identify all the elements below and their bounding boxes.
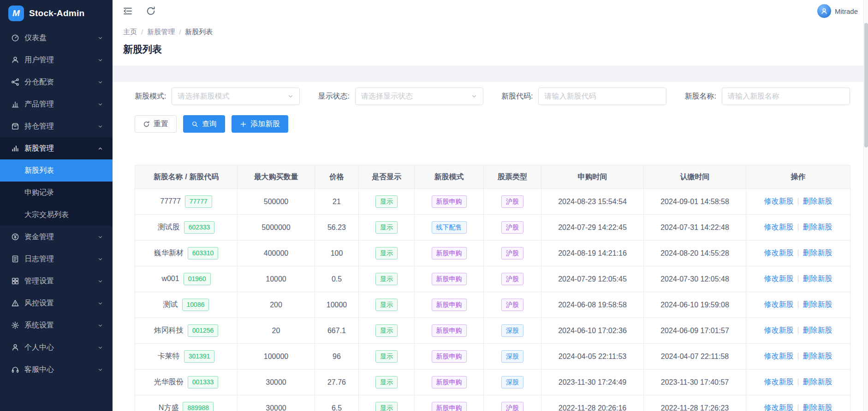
reset-button[interactable]: 重置 bbox=[135, 115, 177, 133]
delete-stock-link[interactable]: 删除新股 bbox=[803, 275, 832, 282]
scrollbar-thumb[interactable] bbox=[864, 23, 868, 147]
edit-stock-link[interactable]: 修改新股 bbox=[764, 223, 793, 231]
sidebar-item-仪表盘[interactable]: 仪表盘 bbox=[0, 27, 113, 49]
user-menu[interactable]: Mitrade bbox=[817, 4, 858, 18]
mode-badge: 新股申购 bbox=[432, 273, 467, 285]
filter-group-mode: 新股模式: 请选择新股模式 bbox=[135, 88, 300, 105]
max-qty-cell: 500000 bbox=[238, 189, 315, 215]
sidebar-item-用户管理[interactable]: 用户管理 bbox=[0, 49, 113, 71]
filter-group-status: 显示状态: 请选择显示状态 bbox=[318, 88, 483, 105]
stock-code-tag: 77777 bbox=[185, 195, 212, 207]
edit-stock-link[interactable]: 修改新股 bbox=[764, 275, 793, 282]
new-stock-code-input[interactable] bbox=[538, 88, 666, 105]
collapse-sidebar-icon[interactable] bbox=[123, 6, 133, 16]
stock-name-cell: N方盛889988 bbox=[135, 395, 238, 411]
apply-time-cell: 2024-08-23 15:54:54 bbox=[541, 189, 644, 215]
edit-stock-link[interactable]: 修改新股 bbox=[764, 378, 793, 386]
new-stock-name-input[interactable] bbox=[722, 88, 850, 105]
max-qty-cell: 30000 bbox=[238, 395, 315, 411]
edit-stock-link[interactable]: 修改新股 bbox=[764, 197, 793, 205]
sidebar-item-个人中心[interactable]: 个人中心 bbox=[0, 336, 113, 358]
delete-stock-link[interactable]: 删除新股 bbox=[803, 378, 832, 386]
stock-type-cell: 深股 bbox=[484, 318, 541, 344]
edit-stock-link[interactable]: 修改新股 bbox=[764, 326, 793, 334]
app-window: M Stock-Admin 仪表盘用户管理分仓配资产品管理持仓管理新股管理新股列… bbox=[0, 0, 868, 411]
chevron-up-icon bbox=[97, 146, 103, 152]
breadcrumb-item: 新股列表 bbox=[185, 28, 213, 36]
edit-stock-link[interactable]: 修改新股 bbox=[764, 404, 793, 411]
delete-stock-link[interactable]: 删除新股 bbox=[803, 249, 832, 257]
delete-stock-link[interactable]: 删除新股 bbox=[803, 404, 832, 411]
search-button[interactable]: 查询 bbox=[183, 115, 225, 133]
topbar: Mitrade bbox=[113, 0, 868, 22]
stock-code-tag: 603310 bbox=[188, 247, 219, 259]
chevron-down-icon bbox=[97, 57, 103, 63]
sidebar-item-持仓管理[interactable]: 持仓管理 bbox=[0, 115, 113, 137]
breadcrumb-item[interactable]: 新股管理 bbox=[147, 28, 175, 36]
sidebar-menu: 仪表盘用户管理分仓配资产品管理持仓管理新股管理新股列表申购记录大宗交易列表资金管… bbox=[0, 27, 113, 381]
visible-cell: 显示 bbox=[359, 370, 415, 395]
sidebar-subitem-新股列表[interactable]: 新股列表 bbox=[0, 159, 113, 182]
edit-stock-link[interactable]: 修改新股 bbox=[764, 249, 793, 257]
sidebar-subitem-申购记录[interactable]: 申购记录 bbox=[0, 182, 113, 204]
confirm-time-cell: 2024-06-10 19:59:08 bbox=[644, 292, 746, 318]
sidebar-subitem-大宗交易列表[interactable]: 大宗交易列表 bbox=[0, 204, 113, 226]
stock-name: N方盛 bbox=[159, 404, 179, 411]
stock-name: 炜冈科技 bbox=[154, 326, 184, 334]
action-separator: | bbox=[797, 275, 799, 282]
chart-bar-icon bbox=[11, 100, 19, 108]
stock-name-cell: 测试股602333 bbox=[135, 215, 238, 241]
sidebar-item-系统设置[interactable]: 系统设置 bbox=[0, 314, 113, 336]
price-cell: 27.76 bbox=[315, 370, 359, 395]
stock-name-cell: 卡莱特301391 bbox=[135, 344, 238, 370]
delete-stock-link[interactable]: 删除新股 bbox=[803, 223, 832, 231]
page-header: 主页/新股管理/新股列表 新股列表 bbox=[113, 22, 868, 65]
action-toolbar: 重置 查询 添加新股 bbox=[135, 115, 850, 133]
mode-cell: 新股申购 bbox=[415, 266, 484, 292]
chevron-down-icon bbox=[97, 101, 103, 107]
add-stock-button[interactable]: 添加新股 bbox=[232, 115, 288, 133]
price-cell: 10000 bbox=[315, 292, 359, 318]
sidebar-item-产品管理[interactable]: 产品管理 bbox=[0, 93, 113, 115]
refresh-icon[interactable] bbox=[146, 6, 156, 16]
filter-status-label: 显示状态: bbox=[318, 92, 350, 101]
delete-stock-link[interactable]: 删除新股 bbox=[803, 300, 832, 308]
vertical-scrollbar[interactable] bbox=[863, 0, 868, 411]
person-icon bbox=[11, 343, 19, 352]
confirm-time-cell: 2024-08-20 14:55:28 bbox=[644, 241, 746, 266]
sidebar-item-新股管理[interactable]: 新股管理 bbox=[0, 137, 113, 159]
stock-name-cell: 巍华新材603310 bbox=[135, 241, 238, 266]
warning-icon bbox=[11, 299, 19, 307]
breadcrumb-item[interactable]: 主页 bbox=[123, 28, 137, 36]
price-cell: 100 bbox=[315, 241, 359, 266]
sidebar-item-label: 客服中心 bbox=[24, 365, 97, 375]
table-row: w00101960100000.5显示新股申购沪股2024-07-29 12:0… bbox=[135, 266, 850, 292]
dashboard-icon bbox=[11, 34, 19, 42]
sidebar-item-分仓配资[interactable]: 分仓配资 bbox=[0, 71, 113, 93]
mode-badge: 新股申购 bbox=[432, 324, 467, 336]
apply-time-cell: 2024-04-05 22:11:53 bbox=[541, 344, 644, 370]
stock-type-cell: 沪股 bbox=[484, 215, 541, 241]
stock-type-badge: 沪股 bbox=[501, 273, 523, 285]
edit-stock-link[interactable]: 修改新股 bbox=[764, 300, 793, 308]
stock-name: 测试 bbox=[163, 300, 178, 308]
sidebar-item-资金管理[interactable]: 资金管理 bbox=[0, 226, 113, 248]
select-placeholder: 请选择新股模式 bbox=[178, 92, 229, 101]
sidebar-item-管理设置[interactable]: 管理设置 bbox=[0, 270, 113, 292]
mode-badge: 新股申购 bbox=[432, 195, 467, 207]
edit-stock-link[interactable]: 修改新股 bbox=[764, 352, 793, 360]
action-separator: | bbox=[797, 404, 799, 411]
avatar bbox=[817, 4, 831, 18]
delete-stock-link[interactable]: 删除新股 bbox=[803, 352, 832, 360]
sidebar-item-客服中心[interactable]: 客服中心 bbox=[0, 358, 113, 381]
breadcrumb: 主页/新股管理/新股列表 bbox=[123, 28, 868, 36]
sidebar-item-风控设置[interactable]: 风控设置 bbox=[0, 292, 113, 314]
display-status-select[interactable]: 请选择显示状态 bbox=[355, 88, 483, 105]
delete-stock-link[interactable]: 删除新股 bbox=[803, 326, 832, 334]
delete-stock-link[interactable]: 删除新股 bbox=[803, 197, 832, 205]
new-stock-mode-select[interactable]: 请选择新股模式 bbox=[172, 88, 300, 105]
holdings-icon bbox=[11, 122, 19, 130]
sidebar-item-日志管理[interactable]: 日志管理 bbox=[0, 248, 113, 270]
sidebar-item-label: 管理设置 bbox=[24, 276, 97, 286]
apply-time-cell: 2024-07-29 12:05:45 bbox=[541, 266, 644, 292]
